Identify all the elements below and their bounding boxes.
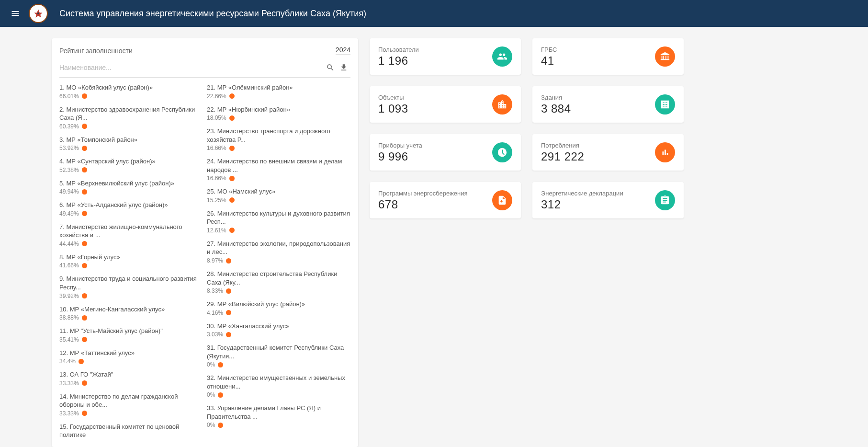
status-dot-icon [229,228,235,233]
item-pct-row: 38.88% [59,314,203,321]
stat-card[interactable]: Программы энергосбережения678 [370,182,521,218]
stat-card[interactable]: Приборы учета9 996 [370,134,521,171]
item-name: 33. Управление делами Главы РС (Я) и Пра… [207,404,350,421]
stat-card[interactable]: Объекты1 093 [370,86,521,123]
menu-button[interactable] [8,6,23,21]
item-name: 32. Министерство имущественных и земельн… [207,374,350,390]
stat-card[interactable]: Потребления291 222 [532,134,684,171]
rating-item[interactable]: 21. МР «Олёкминский район»22.66% [207,83,350,100]
stat-value: 678 [378,198,468,211]
search-row [59,61,350,78]
rating-item[interactable]: 14. Министерство по делам гражданской об… [59,392,203,417]
item-name: 11. МР "Усть-Майский улус (район)" [59,327,203,335]
item-pct-row: 49.94% [59,188,203,195]
stat-card[interactable]: Здания3 884 [532,86,684,123]
item-percent: 22.66% [207,93,226,100]
item-percent: 33.33% [59,380,79,387]
stat-card[interactable]: Энергетические декларации312 [532,182,684,218]
item-percent: 34.4% [59,358,76,365]
status-dot-icon [82,167,87,172]
rating-item[interactable]: 10. МР «Мегино-Кангаласский улус»38.88% [59,305,203,321]
item-pct-row: 41.66% [59,262,203,269]
item-pct-row: 8.33% [207,287,350,294]
rating-item[interactable]: 5. МР «Верхневилюйский улус (район)»49.9… [59,179,203,195]
download-button[interactable] [337,61,350,74]
rating-item[interactable]: 15. Государственный комитет по ценовой п… [59,423,203,439]
status-dot-icon [82,124,87,129]
item-name: 26. Министерство культуры и духовного ра… [207,209,350,226]
status-dot-icon [218,423,223,428]
rating-item[interactable]: 32. Министерство имущественных и земельн… [207,374,350,398]
item-percent: 18.05% [207,115,226,121]
status-dot-icon [82,241,87,246]
item-percent: 39.92% [59,293,79,299]
status-dot-icon [229,197,235,203]
search-input[interactable] [59,62,324,73]
stat-value: 9 996 [378,150,422,163]
stat-text: Пользователи1 196 [378,46,419,68]
rating-panel: Рейтинг заполненности 2024 1. МО «Кобяйс… [52,38,358,447]
stat-label: Пользователи [378,46,419,53]
item-pct-row: 60.39% [59,123,203,130]
rating-item[interactable]: 25. МО «Намский улус»15.25% [207,187,350,204]
status-dot-icon [82,146,87,151]
stat-value: 3 884 [541,102,571,115]
stat-value: 291 222 [541,150,584,163]
rating-item[interactable]: 1. МО «Кобяйский улус (район)»66.01% [59,83,203,100]
rating-item[interactable]: 13. ОА ГО "Жатай"33.33% [59,370,203,387]
stat-value: 1 196 [378,54,419,68]
item-name: 6. МР «Усть-Алданский улус (район)» [59,201,203,209]
rating-item[interactable]: 3. МР «Томпонский район»53.92% [59,136,203,152]
stat-label: Здания [541,94,571,101]
item-percent: 38.88% [59,314,79,321]
panel-title: Рейтинг заполненности [59,47,133,55]
rating-item[interactable]: 30. МР «Хангаласский улус»3.03% [207,322,350,338]
rating-item[interactable]: 26. Министерство культуры и духовного ра… [207,209,350,234]
search-button[interactable] [324,61,337,74]
year-selector[interactable]: 2024 [336,46,350,55]
rating-item[interactable]: 22. МР «Нюрбинский район»18.05% [207,105,350,122]
rating-item[interactable]: 29. МР «Вилюйский улус (район)»4.16% [207,300,350,316]
status-dot-icon [229,176,235,181]
status-dot-icon [79,359,84,364]
stat-text: Здания3 884 [541,94,571,115]
item-pct-row: 35.41% [59,336,203,343]
stat-card[interactable]: ГРБС41 [532,38,684,75]
rating-item[interactable]: 2. Министерство здравоохранения Республи… [59,105,203,130]
stat-label: Приборы учета [378,142,422,149]
status-dot-icon [82,315,87,321]
status-dot-icon [226,310,231,315]
item-name: 12. МР «Таттинский улус» [59,349,203,357]
meter-icon [497,147,507,158]
users-icon [497,51,507,62]
rating-item[interactable]: 6. МР «Усть-Алданский улус (район)»49.49… [59,201,203,217]
rating-item[interactable]: 33. Управление делами Главы РС (Я) и Пра… [207,404,350,428]
stat-icon-wrap [492,142,512,162]
stat-card[interactable]: Пользователи1 196 [370,38,521,75]
item-percent: 8.33% [207,287,223,294]
item-pct-row: 8.97% [207,257,350,264]
item-percent: 15.25% [207,197,226,204]
rating-item[interactable]: 8. МР «Горный улус»41.66% [59,253,203,269]
item-name: 1. МО «Кобяйский улус (район)» [59,83,203,92]
rating-item[interactable]: 4. МР «Сунтарский улус (район)»52.38% [59,157,203,173]
item-percent: 44.44% [59,241,79,247]
svg-point-1 [37,12,39,14]
rating-item[interactable]: 27. Министерство экологии, природопользо… [207,240,350,264]
rating-item[interactable]: 7. Министерство жилищно-коммунального хо… [59,223,203,247]
rating-item[interactable]: 28. Министерство строительства Республик… [207,270,350,294]
stat-label: Энергетические декларации [541,190,623,197]
rating-item[interactable]: 24. Министерство по внешним связям и дел… [207,157,350,182]
item-name: 15. Государственный комитет по ценовой п… [59,423,203,439]
item-percent: 8.97% [207,257,223,264]
stat-text: Энергетические декларации312 [541,190,623,211]
item-name: 10. МР «Мегино-Кангаласский улус» [59,305,203,314]
item-name: 25. МО «Намский улус» [207,187,350,196]
rating-item[interactable]: 9. Министерство труда и социального разв… [59,275,203,299]
rating-item[interactable]: 11. МР "Усть-Майский улус (район)"35.41% [59,327,203,343]
rating-item[interactable]: 31. Государственный комитет Республики С… [207,344,350,368]
item-name: 24. Министерство по внешним связям и дел… [207,157,350,174]
city-icon [497,99,507,110]
rating-item[interactable]: 12. МР «Таттинский улус»34.4% [59,349,203,365]
rating-item[interactable]: 23. Министерство транспорта и дорожного … [207,127,350,151]
